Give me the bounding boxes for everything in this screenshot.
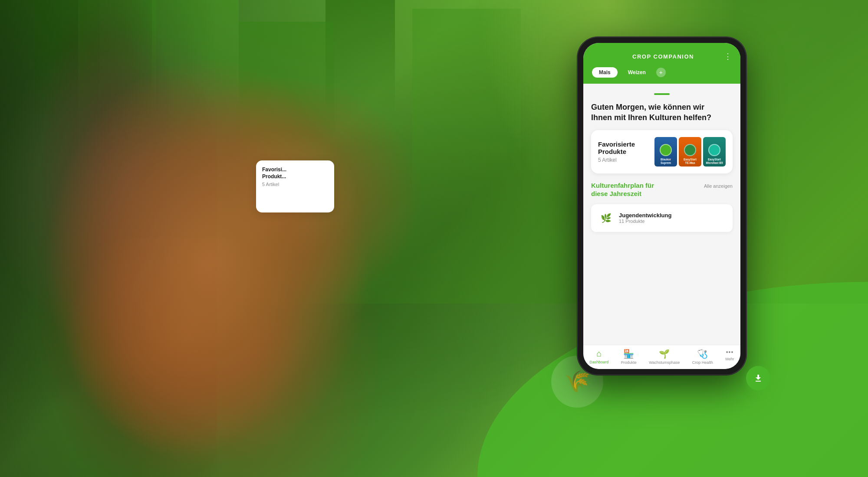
nav-produkte-label: Produkte (621, 360, 637, 365)
mini-card-title: Favorisi...Produkt... (262, 167, 328, 180)
plan-item-jugendentwicklung[interactable]: 🌿 Jugendentwicklung 11 Produkte (591, 204, 733, 232)
mini-card-count: 5 Artikel (262, 182, 328, 187)
plan-header: Kulturenfahrplan für diese Jahreszeit Al… (591, 181, 733, 198)
app-header: CROP COMPANION ⋮ Mais Weizen + (583, 43, 740, 84)
favorited-products-card[interactable]: FavorisierteProdukte 5 Artikel BlaukorSu… (591, 130, 733, 173)
products-card-title: FavorisierteProdukte (598, 140, 635, 155)
nav-mehr-label: Mehr (725, 357, 734, 361)
product-circle-3 (708, 144, 720, 156)
nav-wachstum-label: Wachstumsphase (649, 360, 680, 365)
plan-title: Kulturenfahrplan für diese Jahreszeit (591, 181, 654, 198)
tab-mais[interactable]: Mais (592, 67, 618, 78)
nav-wachstumsphase[interactable]: 🌱 Wachstumsphase (645, 349, 683, 365)
products-count: 5 Artikel (598, 157, 635, 163)
plan-item-icon: 🌿 (598, 210, 614, 226)
plan-section: Kulturenfahrplan für diese Jahreszeit Al… (591, 181, 733, 232)
product-label-1: BlaukorSuprem (661, 158, 671, 165)
dashboard-icon: ⌂ (596, 349, 602, 359)
products-card-info: FavorisierteProdukte 5 Artikel (598, 140, 635, 163)
product-circle-2 (684, 144, 696, 156)
produkte-icon: 🏪 (623, 349, 634, 359)
plan-item-title: Jugendentwicklung (619, 212, 671, 219)
phone-screen: CROP COMPANION ⋮ Mais Weizen + Guten Mor… (583, 43, 740, 369)
download-button[interactable] (746, 366, 770, 390)
nav-dashboard[interactable]: ⌂ Dashboard (586, 349, 612, 365)
plan-link[interactable]: Alle anzeigen (704, 183, 733, 189)
download-icon (753, 373, 763, 383)
app-title: CROP COMPANION (632, 53, 694, 60)
crop-health-icon: 🩺 (697, 349, 708, 359)
product-circle-1 (660, 144, 672, 156)
tab-weizen[interactable]: Weizen (621, 67, 653, 78)
plan-item-count: 11 Produkte (619, 219, 671, 224)
tab-add-button[interactable]: + (656, 68, 666, 77)
product-card-peek: Favorisi...Produkt... 5 Artikel (256, 160, 334, 212)
greeting-bar (654, 93, 670, 95)
nav-produkte[interactable]: 🏪 Produkte (618, 349, 640, 365)
nav-crop-health[interactable]: 🩺 Crop Health (689, 349, 717, 365)
product-easystart-micro: EasyStartMicrofast B5 (703, 137, 726, 167)
plan-item-text: Jugendentwicklung 11 Produkte (619, 212, 671, 224)
wachstum-icon: 🌱 (659, 349, 670, 359)
product-label-3: EasyStartMicrofast B5 (706, 158, 723, 165)
menu-dots-icon[interactable]: ⋮ (724, 52, 732, 61)
product-label-2: EasyStartTE-Max (684, 158, 697, 165)
crop-tabs: Mais Weizen + (592, 67, 732, 84)
product-blaukor: BlaukorSuprem (654, 137, 677, 167)
bottom-navigation: ⌂ Dashboard 🏪 Produkte 🌱 Wachstumsphase … (583, 345, 740, 369)
nav-crop-health-label: Crop Health (692, 360, 713, 365)
greeting-text: Guten Morgen, wie können wirIhnen mit Ih… (591, 102, 733, 123)
app-content: Guten Morgen, wie können wirIhnen mit Ih… (583, 84, 740, 353)
nav-mehr[interactable]: ••• Mehr (722, 349, 738, 365)
greeting-section: Guten Morgen, wie können wirIhnen mit Ih… (591, 84, 733, 130)
product-easystart-te: EasyStartTE-Max (679, 137, 701, 167)
mehr-icon: ••• (726, 349, 734, 356)
nav-dashboard-label: Dashboard (589, 360, 608, 364)
phone-mockup: CROP COMPANION ⋮ Mais Weizen + Guten Mor… (577, 37, 746, 375)
person-background (0, 0, 378, 477)
phone-frame: CROP COMPANION ⋮ Mais Weizen + Guten Mor… (577, 37, 746, 375)
products-images: BlaukorSuprem EasyStartTE-Max EasyStartM… (654, 137, 726, 167)
